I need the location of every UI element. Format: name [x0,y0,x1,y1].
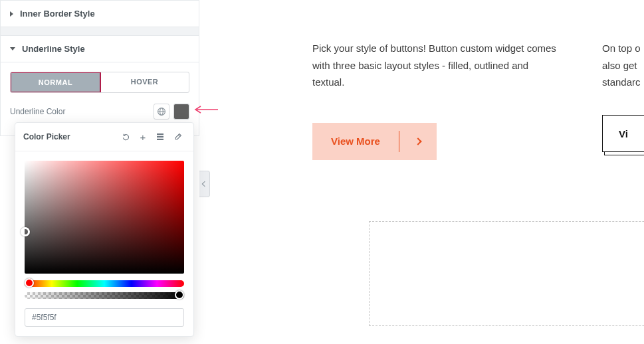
view-more-filled-button[interactable]: View More [312,123,437,160]
accordion-inner-border[interactable]: Inner Border Style [0,0,199,27]
saturation-value-area[interactable] [25,161,184,274]
accordion-underline-style[interactable]: Underline Style [0,35,199,62]
hex-input[interactable] [25,308,184,327]
accordion-title: Underline Style [22,44,85,54]
add-button[interactable]: + [135,129,151,144]
global-color-button[interactable] [154,104,169,120]
state-tabs: NORMAL HOVER [10,72,189,93]
underline-color-label: Underline Color [10,107,65,116]
button-label: View More [312,135,399,147]
underline-color-row: Underline Color [10,104,189,120]
button-label: Vi [603,128,644,139]
reset-button[interactable] [118,129,134,144]
color-swatch[interactable] [173,104,189,120]
chevron-down-icon [10,47,15,50]
tab-hover[interactable]: HOVER [100,72,189,92]
library-button[interactable] [152,129,168,144]
panel-collapse-handle[interactable] [199,171,210,197]
style-sidebar: Inner Border Style Underline Style NORMA… [0,0,199,136]
hue-slider[interactable] [25,280,184,287]
preview-canvas: Pick your style of buttons! Button custo… [312,40,644,160]
chevron-right-icon [399,139,437,144]
svg-rect-4 [157,133,163,135]
color-picker-title: Color Picker [23,132,70,141]
undo-icon [122,133,130,141]
hue-handle[interactable] [25,278,34,288]
globe-icon [157,107,166,116]
chevron-left-icon [201,181,207,187]
plus-icon: + [140,132,146,142]
chevron-right-icon [10,11,13,17]
description-paragraph-2: On top o also get standarc [602,40,641,91]
tab-normal[interactable]: NORMAL [10,72,101,93]
alpha-slider[interactable] [25,292,184,299]
stack-icon [156,133,164,141]
alpha-handle[interactable] [175,290,184,300]
accordion-title: Inner Border Style [20,9,95,19]
color-picker-popover: Color Picker + [15,122,194,337]
section-gap [0,27,199,35]
empty-widget-dropzone[interactable] [369,221,644,326]
svg-line-7 [178,135,179,136]
svg-rect-6 [157,139,163,140]
eyedropper-icon [173,133,182,141]
eyedropper-button[interactable] [169,129,185,144]
sv-handle[interactable] [21,227,30,236]
svg-rect-5 [157,136,163,137]
description-paragraph: Pick your style of buttons! Button custo… [312,40,558,91]
view-more-outlined-button[interactable]: Vi [602,115,644,152]
